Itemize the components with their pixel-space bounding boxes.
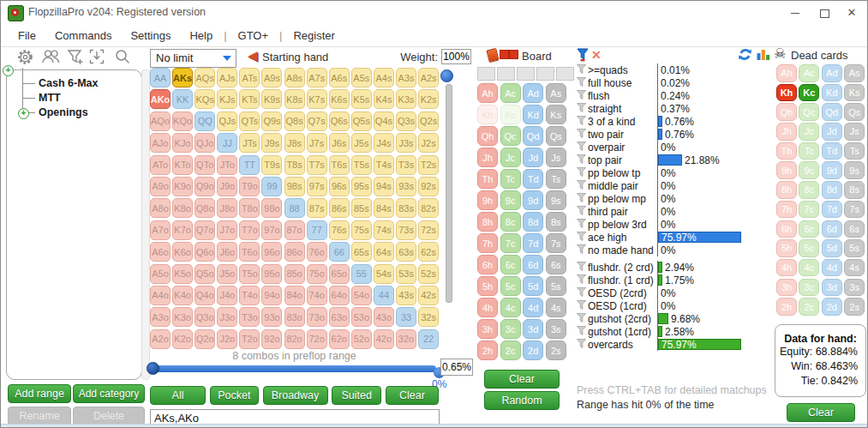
board-card-4h[interactable]: 4h: [477, 298, 498, 317]
matrix-cell-73o[interactable]: 73o: [307, 307, 327, 327]
menu-gto[interactable]: GTO+: [229, 29, 278, 42]
search-icon[interactable]: [114, 48, 133, 66]
matrix-cell-K7o[interactable]: K7o: [172, 220, 193, 240]
matrix-cell-55[interactable]: 55: [351, 264, 372, 284]
matrix-cell-A5s[interactable]: A5s: [351, 68, 372, 87]
matrix-cell-QQ[interactable]: QQ: [195, 112, 215, 131]
matrix-cell-85o[interactable]: 85o: [284, 264, 305, 284]
players-icon[interactable]: [41, 48, 60, 66]
matrix-cell-22[interactable]: 22: [418, 329, 439, 349]
board-card-8s[interactable]: 8s: [546, 212, 566, 232]
matrix-cell-KTo[interactable]: KTo: [172, 155, 193, 175]
matrix-cell-Q9o[interactable]: Q9o: [195, 177, 215, 196]
dead-card-Kc[interactable]: Kc: [799, 84, 819, 102]
matrix-cell-32o[interactable]: 32o: [396, 329, 416, 349]
dead-card-7h[interactable]: 7h: [776, 201, 797, 219]
matrix-cell-T9s[interactable]: T9s: [261, 155, 282, 175]
matrix-cell-AJo[interactable]: AJo: [150, 133, 171, 153]
dead-card-Ks[interactable]: Ks: [844, 84, 865, 102]
matrix-cell-T3s[interactable]: T3s: [396, 155, 416, 175]
board-card-7h[interactable]: 7h: [477, 233, 498, 253]
board-card-3s[interactable]: 3s: [546, 319, 566, 339]
dead-card-6h[interactable]: 6h: [776, 220, 797, 238]
minimize-icon[interactable]: [781, 1, 809, 25]
matrix-cell-AQs[interactable]: AQs: [195, 68, 215, 87]
matrix-cell-88[interactable]: 88: [284, 198, 305, 218]
dead-card-3s[interactable]: 3s: [844, 279, 865, 297]
board-card-6c[interactable]: 6c: [500, 255, 521, 274]
matrix-cell-T6s[interactable]: T6s: [329, 155, 350, 175]
board-slot[interactable]: [556, 67, 574, 81]
matrix-cell-J2o[interactable]: J2o: [217, 329, 237, 349]
dead-card-Jh[interactable]: Jh: [776, 123, 797, 141]
menu-register[interactable]: Register: [284, 29, 344, 42]
matrix-cell-Q4o[interactable]: Q4o: [195, 286, 215, 305]
matrix-cell-64o[interactable]: 64o: [329, 286, 350, 305]
matrix-cell-98s[interactable]: 98s: [284, 177, 305, 196]
board-card-8h[interactable]: 8h: [477, 212, 498, 232]
matrix-cell-74o[interactable]: 74o: [307, 286, 327, 305]
matrix-cell-J5s[interactable]: J5s: [351, 133, 372, 153]
matrix-cell-Q6s[interactable]: Q6s: [329, 112, 350, 131]
dead-card-2s[interactable]: 2s: [844, 298, 865, 316]
matrix-cell-96s[interactable]: 96s: [329, 177, 350, 196]
matrix-cell-J9s[interactable]: J9s: [261, 133, 282, 153]
matrix-cell-82s[interactable]: 82s: [418, 198, 439, 218]
matrix-cell-T5s[interactable]: T5s: [351, 155, 372, 175]
dead-card-3h[interactable]: 3h: [776, 279, 797, 297]
menu-help[interactable]: Help: [180, 29, 222, 42]
matrix-cell-AJs[interactable]: AJs: [217, 68, 237, 87]
dead-card-Tc[interactable]: Tc: [799, 142, 819, 160]
dead-card-Ah[interactable]: Ah: [776, 64, 797, 82]
board-card-Ah[interactable]: Ah: [477, 83, 498, 103]
board-card-Kh[interactable]: Kh: [477, 105, 498, 124]
matrix-cell-JTo[interactable]: JTo: [217, 155, 237, 175]
matrix-cell-JTs[interactable]: JTs: [239, 133, 260, 153]
matrix-cell-94o[interactable]: 94o: [261, 286, 282, 305]
matrix-cell-53o[interactable]: 53o: [351, 307, 372, 327]
matrix-cell-Q5s[interactable]: Q5s: [351, 112, 372, 131]
matrix-cell-54s[interactable]: 54s: [374, 264, 394, 284]
dead-card-5h[interactable]: 5h: [776, 239, 797, 257]
board-card-6s[interactable]: 6s: [546, 255, 566, 274]
matrix-cell-62s[interactable]: 62s: [418, 242, 439, 262]
matrix-cell-A3s[interactable]: A3s: [396, 68, 416, 87]
dead-card-Ac[interactable]: Ac: [799, 64, 819, 82]
board-card-Tc[interactable]: Tc: [500, 169, 521, 189]
dead-card-7d[interactable]: 7d: [822, 201, 842, 219]
matrix-cell-Q6o[interactable]: Q6o: [195, 242, 215, 262]
board-card-As[interactable]: As: [546, 83, 566, 103]
board-card-5h[interactable]: 5h: [477, 276, 498, 296]
matrix-cell-J6o[interactable]: J6o: [217, 242, 237, 262]
chart-icon[interactable]: [757, 48, 770, 64]
matrix-cell-K8s[interactable]: K8s: [284, 89, 305, 109]
matrix-cell-A7o[interactable]: A7o: [150, 220, 171, 240]
matrix-cell-43o[interactable]: 43o: [374, 307, 394, 327]
matrix-cell-T7s[interactable]: T7s: [307, 155, 327, 175]
matrix-cell-AKo[interactable]: AKo: [150, 89, 171, 109]
board-card-2h[interactable]: 2h: [477, 341, 498, 360]
matrix-cell-66[interactable]: 66: [329, 242, 350, 262]
dead-card-3d[interactable]: 3d: [822, 279, 842, 297]
board-card-9c[interactable]: 9c: [500, 190, 521, 210]
matrix-cell-Q8s[interactable]: Q8s: [284, 112, 305, 131]
dead-card-9s[interactable]: 9s: [844, 161, 865, 179]
dead-card-8c[interactable]: 8c: [799, 181, 819, 199]
matrix-cell-QJs[interactable]: QJs: [217, 112, 237, 131]
board-card-Ts[interactable]: Ts: [546, 169, 566, 189]
matrix-cell-K5s[interactable]: K5s: [351, 89, 372, 109]
dead-card-Qs[interactable]: Qs: [844, 103, 865, 121]
dead-card-9c[interactable]: 9c: [799, 161, 819, 179]
add-category-button[interactable]: Add category: [73, 384, 145, 403]
dead-card-8s[interactable]: 8s: [844, 181, 865, 199]
matrix-cell-JJ[interactable]: JJ: [217, 133, 237, 153]
matrix-cell-93s[interactable]: 93s: [396, 177, 416, 196]
board-card-5c[interactable]: 5c: [500, 276, 521, 296]
matrix-cell-Q8o[interactable]: Q8o: [195, 198, 215, 218]
board-card-5d[interactable]: 5d: [523, 276, 543, 296]
matrix-cell-J6s[interactable]: J6s: [329, 133, 350, 153]
board-card-8c[interactable]: 8c: [500, 212, 521, 232]
matrix-cell-32s[interactable]: 32s: [418, 307, 439, 327]
matrix-cell-J3o[interactable]: J3o: [217, 307, 237, 327]
matrix-cell-Q5o[interactable]: Q5o: [195, 264, 215, 284]
